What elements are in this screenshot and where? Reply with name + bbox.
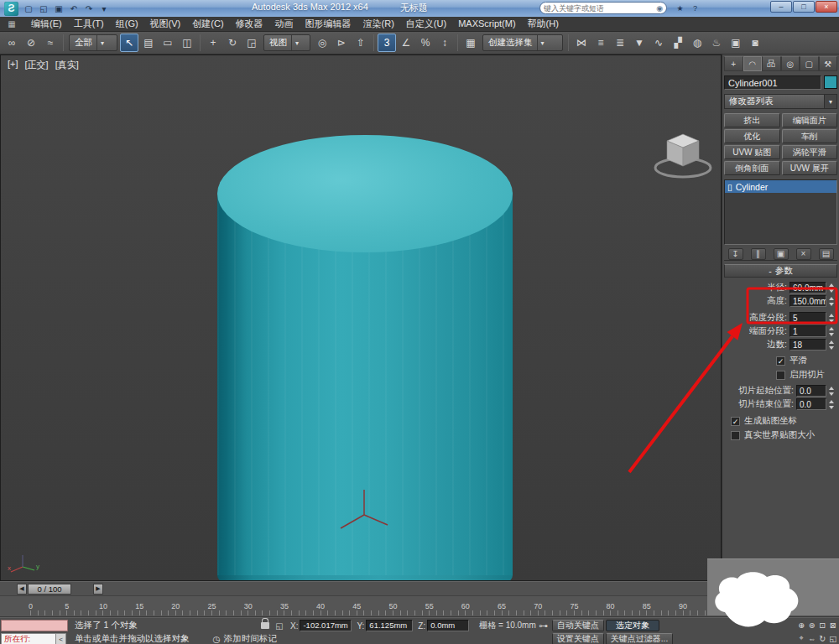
schematic-view-icon[interactable]: ▞ [669, 34, 687, 52]
select-and-link-icon[interactable]: ∞ [3, 34, 21, 52]
cap-segments-spinner[interactable] [827, 325, 836, 338]
motion-tab-icon[interactable]: ◎ [781, 56, 800, 71]
menu-rendering[interactable]: 渲染(R) [357, 17, 400, 31]
undo-button[interactable]: ↶ [67, 3, 81, 15]
add-time-tag-button[interactable]: ◷ 添加时间标记 [213, 633, 277, 644]
object-name-field[interactable]: Cylinder001 [724, 75, 821, 90]
viewport-menu-shading[interactable]: [真实] [55, 59, 79, 71]
select-and-move-icon[interactable]: + [204, 34, 222, 52]
absolute-mode-icon[interactable]: ◱ [274, 620, 285, 631]
make-unique-icon[interactable]: ▣ [774, 248, 789, 260]
search-icon[interactable]: ◉ [656, 4, 663, 13]
hierarchy-tab-icon[interactable]: 品 [762, 56, 781, 71]
edit-patch-button[interactable]: 编辑面片 [782, 113, 838, 127]
orbit-icon[interactable]: ↻ [817, 631, 828, 644]
open-file-button[interactable]: ◱ [37, 3, 50, 15]
keyboard-shortcut-override-icon[interactable]: ⇧ [352, 34, 370, 52]
menu-maxscript[interactable]: MAXScript(M) [452, 17, 521, 31]
utilities-tab-icon[interactable]: ⚒ [819, 56, 838, 71]
zoom-extents-icon[interactable]: ⊡ [817, 618, 828, 631]
sides-spinner[interactable] [827, 339, 836, 351]
rendered-frame-window-icon[interactable]: ▣ [727, 34, 745, 52]
render-production-icon[interactable]: ◙ [746, 34, 764, 52]
time-slider-handle[interactable]: 0 / 100 [28, 584, 71, 595]
window-crossing-icon[interactable]: ◫ [178, 34, 196, 52]
cylinder-top-cap[interactable] [217, 135, 513, 252]
application-menu-button[interactable]: Ƨ [4, 2, 18, 16]
height-field[interactable]: 150.0mm [789, 295, 826, 307]
slice-from-spinner[interactable] [827, 385, 836, 397]
project-folder-button[interactable]: ▾ [97, 3, 111, 15]
menu-customize[interactable]: 自定义(U) [400, 17, 452, 31]
uvw-map-button[interactable]: UVW 贴图 [724, 145, 780, 159]
snaps-toggle-icon[interactable]: 3 [378, 34, 396, 52]
maxscript-mini-listener-macro[interactable] [1, 620, 68, 631]
menu-help[interactable]: 帮助(H) [522, 17, 565, 31]
slice-on-checkbox[interactable] [776, 371, 785, 380]
viewport-menu-general[interactable]: [+] [8, 59, 18, 71]
slice-to-field[interactable]: 0.0 [796, 398, 826, 410]
optimize-button[interactable]: 优化 [724, 129, 780, 143]
unlink-selection-icon[interactable]: ⊘ [22, 34, 40, 52]
angle-snap-icon[interactable]: ∠ [397, 34, 415, 52]
show-end-result-icon[interactable]: ∥ [751, 248, 766, 260]
menu-tools[interactable]: 工具(T) [68, 17, 110, 31]
select-and-rotate-icon[interactable]: ↻ [223, 34, 242, 52]
select-and-manipulate-icon[interactable]: ⊳ [332, 34, 351, 52]
material-editor-icon[interactable]: ◍ [688, 34, 706, 52]
workspace-switcher-icon[interactable]: ▦ [3, 18, 20, 30]
redo-button[interactable]: ↷ [82, 3, 96, 15]
maximize-viewport-toggle-icon[interactable]: ◱ [828, 631, 839, 644]
select-by-name-icon[interactable]: ▤ [139, 34, 158, 52]
search-box[interactable]: ◉ [539, 2, 667, 14]
menu-modifiers[interactable]: 修改器 [230, 17, 269, 31]
auto-key-button[interactable]: 自动关键点 [552, 620, 604, 631]
spinner-snap-icon[interactable]: ↕ [435, 34, 454, 52]
unwrap-uvw-button[interactable]: UVW 展开 [782, 161, 838, 175]
mirror-icon[interactable]: ⋈ [572, 34, 591, 52]
x-coordinate-field[interactable]: -102.017mm [300, 620, 352, 631]
viewport[interactable]: [+] [正交] [真实] x y [0, 55, 722, 581]
selection-filter-dropdown[interactable]: 全部 ▾ [69, 34, 117, 51]
slice-from-field[interactable]: 0.0 [796, 385, 826, 397]
z-coordinate-field[interactable]: 0.0mm [427, 620, 469, 631]
bevel-profile-button[interactable]: 倒角剖面 [724, 161, 780, 175]
named-selection-sets-dropdown[interactable]: 创建选择集 ▾ [482, 34, 563, 51]
menu-edit[interactable]: 编辑(E) [25, 17, 68, 31]
radius-field[interactable]: 60.0mm [789, 282, 826, 293]
remove-modifier-icon[interactable]: × [796, 248, 811, 260]
select-object-icon[interactable]: ↖ [120, 34, 138, 52]
key-filters-button[interactable]: 关键点过滤器... [606, 633, 673, 644]
percent-snap-icon[interactable]: % [416, 34, 435, 52]
lathe-button[interactable]: 车削 [782, 129, 838, 143]
search-input[interactable] [544, 4, 656, 13]
use-pivot-point-center-icon[interactable]: ◎ [313, 34, 331, 52]
rectangular-selection-region-icon[interactable]: ▭ [159, 34, 177, 52]
turbosmooth-button[interactable]: 涡轮平滑 [782, 145, 838, 159]
selection-set-dropdown[interactable]: 选定对象 [606, 620, 659, 631]
slice-to-spinner[interactable] [827, 398, 836, 411]
new-scene-button[interactable]: ▢ [22, 3, 35, 15]
close-button[interactable]: × [816, 1, 837, 13]
height-segments-spinner[interactable] [827, 312, 836, 325]
previous-frame-button[interactable]: ◀ [17, 584, 27, 595]
curve-editor-icon[interactable]: ∿ [649, 34, 668, 52]
render-setup-icon[interactable]: ♨ [707, 34, 726, 52]
viewport-menu-pov[interactable]: [正交] [25, 59, 49, 71]
viewcube[interactable] [652, 129, 714, 181]
modify-tab-icon[interactable]: ◠ [743, 56, 763, 71]
save-file-button[interactable]: ▣ [52, 3, 65, 15]
height-segments-field[interactable]: 5 [789, 312, 826, 324]
generate-mapping-coords-checkbox[interactable]: ✓ [731, 417, 740, 426]
zoom-region-icon[interactable]: ⊠ [828, 618, 839, 631]
cap-segments-field[interactable]: 1 [789, 325, 826, 337]
favorites-star-icon[interactable]: ★ [674, 3, 686, 15]
menu-group[interactable]: 组(G) [110, 17, 144, 31]
maximize-button[interactable]: □ [793, 1, 815, 13]
smooth-checkbox[interactable]: ✓ [776, 356, 785, 366]
reference-coordinate-dropdown[interactable]: 视图 ▾ [263, 34, 310, 51]
menu-create[interactable]: 创建(C) [186, 17, 229, 31]
stack-item-cylinder[interactable]: ▯ Cylinder [725, 180, 836, 193]
bind-to-space-warp-icon[interactable]: ≈ [41, 34, 60, 52]
zoom-all-icon[interactable]: ⊛ [807, 618, 818, 631]
